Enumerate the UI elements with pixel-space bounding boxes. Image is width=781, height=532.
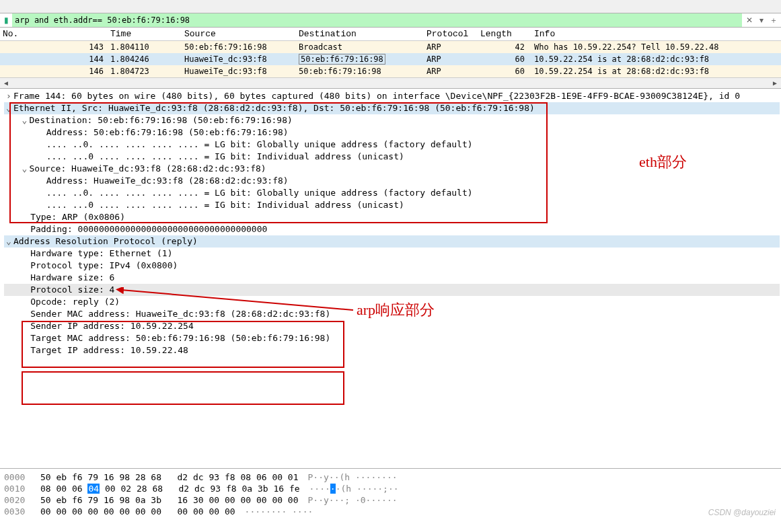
- tree-row[interactable]: Opcode: reply (2): [4, 296, 780, 308]
- header-protocol[interactable]: Protocol: [424, 28, 478, 40]
- tree-row[interactable]: Type: ARP (0x0806): [4, 211, 780, 223]
- collapse-icon[interactable]: ⌄: [4, 102, 13, 114]
- scroll-left-icon[interactable]: ◄: [3, 79, 9, 87]
- tree-row[interactable]: .... ..0. .... .... .... .... = LG bit: …: [4, 187, 780, 199]
- collapse-icon[interactable]: ⌄: [4, 235, 13, 248]
- tree-row[interactable]: .... ..0. .... .... .... .... = LG bit: …: [4, 139, 780, 151]
- filter-dropdown-icon[interactable]: ▾: [757, 15, 766, 25]
- packet-row[interactable]: 143 1.804110 50:eb:f6:79:16:98 Broadcast…: [0, 41, 781, 53]
- tree-row[interactable]: Padding: 0000000000000000000000000000000…: [4, 223, 780, 235]
- tree-row[interactable]: Hardware size: 6: [4, 272, 780, 284]
- header-length[interactable]: Length: [478, 28, 531, 40]
- hex-row[interactable]: 003000 00 00 00 00 00 00 00 00 00 00 00·…: [4, 506, 777, 517]
- hex-row[interactable]: 000050 eb f6 79 16 98 28 68 d2 dc 93 f8 …: [4, 471, 777, 483]
- tree-row[interactable]: Target IP address: 10.59.22.48: [4, 344, 780, 356]
- tree-row-frame[interactable]: ›Frame 144: 60 bytes on wire (480 bits),…: [4, 90, 780, 102]
- tree-row[interactable]: Sender MAC address: HuaweiTe_dc:93:f8 (2…: [4, 308, 780, 320]
- filter-add-icon[interactable]: ＋: [769, 15, 778, 25]
- tree-row-eth[interactable]: ⌄Ethernet II, Src: HuaweiTe_dc:93:f8 (28…: [4, 102, 780, 114]
- collapse-icon[interactable]: ⌄: [20, 163, 29, 175]
- packet-bytes-pane: 000050 eb f6 79 16 98 28 68 d2 dc 93 f8 …: [0, 469, 781, 520]
- tree-row[interactable]: Hardware type: Ethernet (1): [4, 248, 780, 260]
- packet-list-pane: No. Time Source Destination Protocol Len…: [0, 28, 781, 89]
- packet-row[interactable]: 146 1.804723 HuaweiTe_dc:93:f8 50:eb:f6:…: [0, 65, 781, 77]
- main-toolbar: [0, 0, 781, 13]
- tree-row[interactable]: .... ...0 .... .... .... .... = IG bit: …: [4, 199, 780, 211]
- header-no[interactable]: No.: [0, 28, 108, 40]
- packet-list-header: No. Time Source Destination Protocol Len…: [0, 28, 781, 41]
- collapse-icon[interactable]: ⌄: [20, 114, 29, 126]
- filter-bookmark-icon[interactable]: ▮: [0, 13, 12, 27]
- filter-bar: ▮ ✕ ▾ ＋: [0, 13, 781, 28]
- header-info[interactable]: Info: [531, 28, 781, 40]
- hex-row[interactable]: 002050 eb f6 79 16 98 0a 3b 16 30 00 00 …: [4, 494, 777, 506]
- header-source[interactable]: Source: [182, 28, 296, 40]
- tree-row[interactable]: Sender IP address: 10.59.22.254: [4, 320, 780, 332]
- selected-byte: 04: [87, 484, 100, 494]
- tree-row-arp[interactable]: ⌄Address Resolution Protocol (reply): [4, 235, 780, 248]
- scroll-right-icon[interactable]: ►: [772, 79, 778, 87]
- tree-row[interactable]: Address: 50:eb:f6:79:16:98 (50:eb:f6:79:…: [4, 126, 780, 139]
- hscroll-bar[interactable]: ◄ ►: [0, 77, 781, 88]
- tree-row[interactable]: ⌄Source: HuaweiTe_dc:93:f8 (28:68:d2:dc:…: [4, 163, 780, 175]
- tree-row-selected[interactable]: Protocol size: 4: [4, 284, 780, 296]
- header-destination[interactable]: Destination: [296, 28, 424, 40]
- packet-details-pane: ›Frame 144: 60 bytes on wire (480 bits),…: [0, 89, 781, 469]
- hex-row[interactable]: 001008 00 06 04 00 02 28 68 d2 dc 93 f8 …: [4, 483, 777, 494]
- display-filter-input[interactable]: [12, 13, 742, 27]
- tree-row[interactable]: Target MAC address: 50:eb:f6:79:16:98 (5…: [4, 332, 780, 344]
- expand-icon[interactable]: ›: [4, 90, 13, 102]
- arp-annotation-box-2: [22, 371, 344, 405]
- tree-row[interactable]: ⌄Destination: 50:eb:f6:79:16:98 (50:eb:f…: [4, 114, 780, 126]
- packet-row-selected[interactable]: 144 1.804246 HuaweiTe_dc:93:f8 50:eb:f6:…: [0, 53, 781, 65]
- tree-row[interactable]: .... ...0 .... .... .... .... = IG bit: …: [4, 151, 780, 163]
- tree-row[interactable]: Address: HuaweiTe_dc:93:f8 (28:68:d2:dc:…: [4, 175, 780, 187]
- header-time[interactable]: Time: [108, 28, 182, 40]
- filter-clear-icon[interactable]: ✕: [745, 15, 754, 25]
- tree-row[interactable]: Protocol type: IPv4 (0x0800): [4, 260, 780, 272]
